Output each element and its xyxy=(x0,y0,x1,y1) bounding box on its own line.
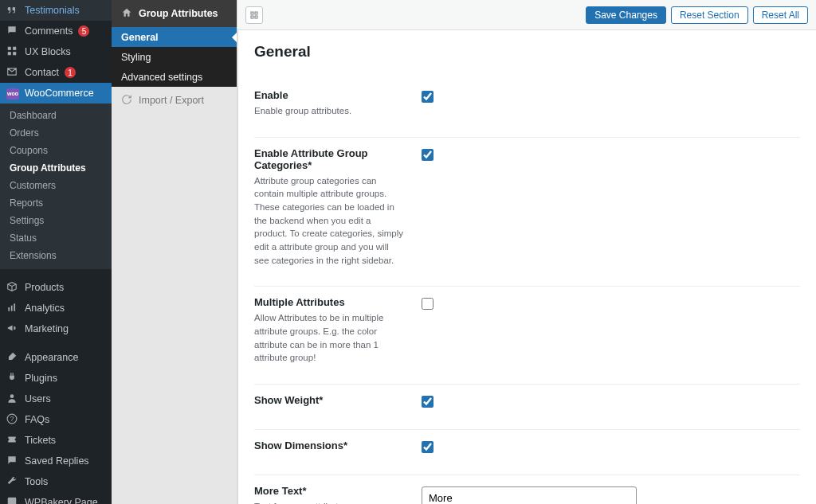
quote-icon xyxy=(6,4,19,17)
field-label: Show Dimensions* xyxy=(254,440,406,455)
reset-all-button[interactable]: Reset All xyxy=(753,6,808,24)
sidebar-item-products[interactable]: Products xyxy=(0,277,112,298)
svg-rect-14 xyxy=(255,16,257,18)
import-export[interactable]: Import / Export xyxy=(112,87,237,114)
submenu-item-reports[interactable]: Reports xyxy=(0,194,112,212)
chat-icon xyxy=(6,25,19,37)
field-description: Text for more attribute group. xyxy=(254,500,406,504)
sidebar-item-plugins[interactable]: Plugins xyxy=(0,368,112,389)
field-label: Show Weight* xyxy=(254,394,406,409)
svg-rect-10 xyxy=(8,498,17,504)
view-toggle-icon[interactable] xyxy=(245,6,263,24)
submenu-item-group-attributes[interactable]: Group Attributes xyxy=(0,159,112,177)
sidebar-item-label: Plugins xyxy=(25,373,57,384)
reply-icon xyxy=(6,455,19,467)
plug-icon xyxy=(6,372,19,385)
sidebar-item-analytics[interactable]: Analytics xyxy=(0,298,112,318)
settings-form: General EnableEnable group attributes.En… xyxy=(237,30,816,504)
sidebar-item-wpbakery-page[interactable]: WPBakery Page xyxy=(0,492,112,504)
svg-rect-11 xyxy=(251,12,253,14)
field-title: Enable Attribute Group Categories* xyxy=(254,147,406,171)
svg-rect-4 xyxy=(8,307,10,311)
tab-general[interactable]: General xyxy=(112,27,237,47)
tab-styling[interactable]: Styling xyxy=(112,47,237,67)
submenu-item-coupons[interactable]: Coupons xyxy=(0,142,112,159)
submenu-item-orders[interactable]: Orders xyxy=(0,124,112,142)
field-label: EnableEnable group attributes. xyxy=(254,89,406,118)
submenu-item-dashboard[interactable]: Dashboard xyxy=(0,107,112,124)
wp-admin-sidebar: TestimonialsComments5UX BlocksContact1wo… xyxy=(0,0,112,504)
reset-section-button[interactable]: Reset Section xyxy=(671,6,748,24)
horn-icon xyxy=(6,322,19,335)
sidebar-item-appearance[interactable]: Appearance xyxy=(0,347,112,368)
field-title: Show Dimensions* xyxy=(254,440,406,451)
sidebar-item-ux-blocks[interactable]: UX Blocks xyxy=(0,41,112,62)
bakery-icon xyxy=(6,496,19,504)
sidebar-item-label: Comments xyxy=(25,25,73,37)
field-control xyxy=(422,89,800,105)
sidebar-item-woocommerce[interactable]: wooWooCommerce xyxy=(0,83,112,104)
svg-point-7 xyxy=(10,394,14,398)
field-label: Multiple AttributesAllow Attributes to b… xyxy=(254,296,406,365)
sidebar-item-label: Analytics xyxy=(25,303,65,314)
sidebar-item-testimonials[interactable]: Testimonials xyxy=(0,0,112,21)
sidebar-item-tickets[interactable]: Tickets xyxy=(0,430,112,451)
user-icon xyxy=(6,393,19,405)
checkbox-enable-attribute-group-categories-[interactable] xyxy=(422,149,434,161)
field-row: More Text*Text for more attribute group. xyxy=(254,475,800,504)
svg-rect-12 xyxy=(255,12,257,14)
badge: 1 xyxy=(65,67,76,78)
svg-rect-3 xyxy=(13,52,16,55)
field-control xyxy=(422,296,800,312)
sidebar-item-label: Saved Replies xyxy=(25,455,89,467)
field-control xyxy=(422,394,800,410)
field-row: Enable Attribute Group Categories*Attrib… xyxy=(254,138,800,287)
sidebar-item-label: WooCommerce xyxy=(25,88,94,99)
settings-nav-title: Group Attributes xyxy=(112,0,237,27)
submenu-item-extensions[interactable]: Extensions xyxy=(0,247,112,264)
checkbox-show-weight-[interactable] xyxy=(422,396,434,408)
sidebar-item-comments[interactable]: Comments5 xyxy=(0,21,112,41)
text-input-more-text-[interactable] xyxy=(422,486,637,504)
grid-icon xyxy=(6,45,19,58)
sidebar-item-label: WPBakery Page xyxy=(25,497,98,504)
svg-rect-5 xyxy=(11,306,13,311)
submenu-item-customers[interactable]: Customers xyxy=(0,177,112,194)
svg-rect-6 xyxy=(14,303,15,311)
sidebar-item-users[interactable]: Users xyxy=(0,389,112,409)
wrench-icon xyxy=(6,475,19,488)
sidebar-item-marketing[interactable]: Marketing xyxy=(0,318,112,339)
woo-icon: woo xyxy=(6,87,19,100)
field-row: Multiple AttributesAllow Attributes to b… xyxy=(254,287,800,385)
sidebar-item-faqs[interactable]: ?FAQs xyxy=(0,409,112,430)
tab-advanced-settings[interactable]: Advanced settings xyxy=(112,67,237,87)
sidebar-item-tools[interactable]: Tools xyxy=(0,471,112,492)
sidebar-item-label: Testimonials xyxy=(25,5,80,16)
checkbox-enable[interactable] xyxy=(422,91,434,103)
box-icon xyxy=(6,281,19,294)
field-title: Enable xyxy=(254,89,406,101)
field-control xyxy=(422,485,800,504)
faq-icon: ? xyxy=(6,413,19,426)
field-control xyxy=(422,440,800,455)
submenu-item-settings[interactable]: Settings xyxy=(0,212,112,229)
sidebar-item-label: Appearance xyxy=(25,352,78,363)
svg-rect-0 xyxy=(8,47,11,50)
checkbox-multiple-attributes[interactable] xyxy=(422,298,434,310)
bars-icon xyxy=(6,302,19,315)
mail-icon xyxy=(6,66,19,79)
main-content: Save Changes Reset Section Reset All Gen… xyxy=(237,0,816,504)
settings-side-nav: Group Attributes GeneralStylingAdvanced … xyxy=(112,0,237,504)
field-description: Allow Attributes to be in multiple attri… xyxy=(254,311,406,365)
checkbox-show-dimensions-[interactable] xyxy=(422,441,434,453)
field-label: Enable Attribute Group Categories*Attrib… xyxy=(254,147,406,268)
submenu-item-status[interactable]: Status xyxy=(0,229,112,247)
svg-rect-1 xyxy=(13,47,16,50)
woo-submenu: DashboardOrdersCouponsGroup AttributesCu… xyxy=(0,104,112,269)
sidebar-item-saved-replies[interactable]: Saved Replies xyxy=(0,451,112,471)
field-description: Enable group attributes. xyxy=(254,104,406,118)
field-control xyxy=(422,147,800,163)
refresh-icon xyxy=(121,94,132,107)
save-changes-button[interactable]: Save Changes xyxy=(586,6,666,24)
sidebar-item-contact[interactable]: Contact1 xyxy=(0,62,112,83)
